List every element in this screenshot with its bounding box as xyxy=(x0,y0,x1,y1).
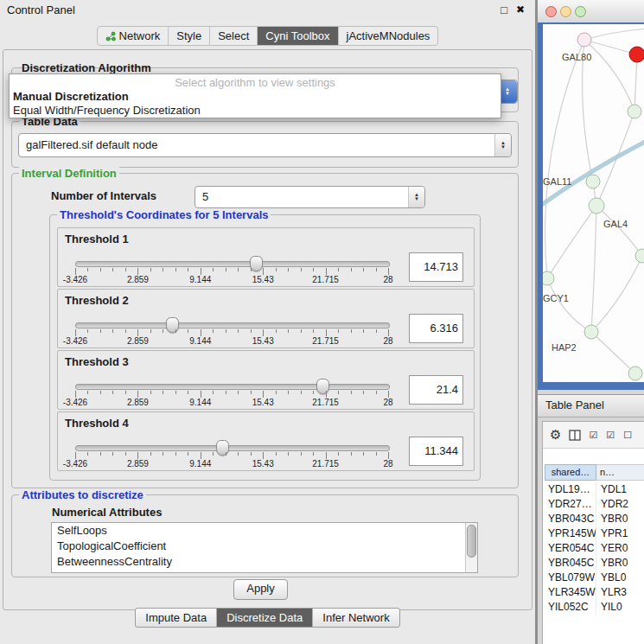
table-cell[interactable]: YIL0 xyxy=(596,600,644,615)
tab-network[interactable]: Network xyxy=(98,27,169,45)
slider-track[interactable] xyxy=(75,261,390,267)
slider-ticks xyxy=(75,452,388,459)
minimize-traffic-light[interactable] xyxy=(560,6,571,17)
columns-icon[interactable] xyxy=(569,430,581,441)
checkbox-icon[interactable]: ☐ xyxy=(623,430,633,441)
threshold-2-slider[interactable]: -3.4262.8599.14415.4321.71528 xyxy=(75,317,388,346)
tick-mark xyxy=(388,268,389,275)
network-canvas[interactable]: GAL80 GAL11 GAL4 GCY1 HAP2 xyxy=(543,24,644,382)
slider-scale-label: 9.144 xyxy=(189,336,211,346)
float-window-icon[interactable]: □ xyxy=(501,3,507,16)
tab-jactivemnodules[interactable]: jActiveMNodules xyxy=(339,27,438,45)
table-cell[interactable]: YBR045C xyxy=(545,556,596,571)
table-data-combobox[interactable]: galFiltered.sif default node ▲ ▼ xyxy=(18,133,512,157)
table-cell[interactable]: YER054C xyxy=(545,541,596,556)
node-selected-red[interactable] xyxy=(629,47,644,62)
table-cell[interactable]: YPR145W xyxy=(545,526,596,541)
list-item[interactable]: SelfLoops xyxy=(52,523,477,539)
table-cell[interactable]: YLR345W xyxy=(545,585,596,600)
tick-mark xyxy=(263,452,264,459)
table-cell[interactable]: YDR2 xyxy=(596,497,644,512)
threshold-3-value-field[interactable]: 21.4 xyxy=(409,375,463,405)
checkbox-icon[interactable]: ☑ xyxy=(606,430,615,441)
table-row[interactable]: YDL19…YDL1 xyxy=(545,482,644,497)
number-of-intervals-combobox[interactable]: 5 ▲ ▼ xyxy=(194,186,425,208)
node[interactable] xyxy=(628,105,641,118)
column-header-shared-name[interactable]: shared… xyxy=(545,464,596,481)
checkbox-icon[interactable]: ☑ xyxy=(589,430,598,441)
table-cell[interactable]: YBR0 xyxy=(596,556,644,571)
numerical-attributes-list[interactable]: SelfLoops TopologicalCoefficient Between… xyxy=(51,522,478,573)
threshold-4-value-field[interactable]: 11.344 xyxy=(409,437,463,466)
column-header-name[interactable]: n… xyxy=(596,464,644,481)
table-cell[interactable]: YDL19… xyxy=(545,482,596,497)
tick-mark xyxy=(238,452,239,456)
tick-mark xyxy=(338,268,339,271)
tick-mark xyxy=(376,452,377,456)
table-cell[interactable]: YDR27… xyxy=(545,497,596,512)
node-hap2[interactable] xyxy=(584,325,598,339)
threshold-coordinates-group: Threshold's Coordinates for 5 Intervals … xyxy=(49,214,481,481)
apply-button[interactable]: Apply xyxy=(233,579,288,600)
tick-mark xyxy=(201,452,201,459)
table-cell[interactable]: YBR043C xyxy=(545,512,596,526)
tick-mark xyxy=(338,452,339,456)
tab-discretize-data[interactable]: Discretize Data xyxy=(217,609,313,627)
table-row[interactable]: YDR27…YDR2 xyxy=(545,497,644,512)
threshold-1-slider[interactable]: -3.4262.8599.14415.4321.71528 xyxy=(75,256,388,284)
tick-mark xyxy=(388,329,389,336)
tick-mark xyxy=(288,329,289,333)
table-row[interactable]: YIL052CYIL0 xyxy=(545,600,644,615)
slider-track[interactable] xyxy=(75,322,390,328)
list-scrollbar[interactable] xyxy=(465,523,477,572)
table-cell[interactable]: YER0 xyxy=(596,541,644,556)
table-row[interactable]: YBR045CYBR0 xyxy=(545,556,644,571)
node-gal80[interactable] xyxy=(577,33,591,47)
table-cell[interactable]: YBR0 xyxy=(596,512,644,526)
node[interactable] xyxy=(635,249,644,263)
dropdown-option-manual-discretization[interactable]: Manual Discretization xyxy=(10,90,501,104)
tick-mark xyxy=(175,391,176,394)
gear-icon[interactable]: ⚙ xyxy=(550,427,561,443)
node-gal4[interactable] xyxy=(589,198,604,214)
threshold-1-value-field[interactable]: 14.713 xyxy=(409,252,463,282)
table-cell[interactable]: YBL079W xyxy=(545,571,596,585)
threshold-2-value-field[interactable]: 6.316 xyxy=(409,314,463,343)
scrollbar-thumb[interactable] xyxy=(467,525,476,558)
table-row[interactable]: YBL079WYBL0 xyxy=(545,571,644,585)
tab-impute-data[interactable]: Impute Data xyxy=(136,609,217,627)
table-cell[interactable]: YPR1 xyxy=(596,526,644,541)
tick-mark xyxy=(226,268,226,271)
tab-style[interactable]: Style xyxy=(169,27,210,45)
table-row[interactable]: YBR043CYBR0 xyxy=(545,512,644,526)
list-item[interactable]: BetweennessCentrality xyxy=(52,554,477,570)
tab-cyni-toolbox[interactable]: Cyni Toolbox xyxy=(258,27,338,45)
tick-mark xyxy=(276,329,277,333)
table-row[interactable]: YER054CYER0 xyxy=(545,541,644,556)
threshold-4-slider[interactable]: -3.4262.8599.14415.4321.71528 xyxy=(75,440,388,469)
tick-mark xyxy=(150,268,151,271)
list-item[interactable]: TopologicalCoefficient xyxy=(52,539,477,554)
threshold-label: Threshold 1 xyxy=(65,233,129,245)
table-cell[interactable]: YLR3 xyxy=(596,585,644,600)
slider-track[interactable] xyxy=(75,445,390,451)
slider-track[interactable] xyxy=(75,384,390,390)
tick-mark xyxy=(201,268,201,275)
node-gal11[interactable] xyxy=(586,175,600,188)
table-row[interactable]: YPR145WYPR1 xyxy=(545,526,644,541)
zoom-traffic-light[interactable] xyxy=(575,6,586,17)
tab-infer-network[interactable]: Infer Network xyxy=(313,609,399,627)
slider-scale-label: 21.715 xyxy=(312,275,339,284)
table-cell[interactable]: YIL052C xyxy=(545,600,596,615)
close-traffic-light[interactable] xyxy=(545,6,557,17)
table-cell[interactable]: YBL0 xyxy=(596,571,644,585)
tab-select[interactable]: Select xyxy=(210,27,258,45)
table-cell[interactable]: YDL1 xyxy=(596,482,644,497)
slider-scale-label: 28 xyxy=(383,459,392,469)
table-row[interactable]: YLR345WYLR3 xyxy=(545,585,644,600)
close-icon[interactable]: ✖ xyxy=(516,3,525,16)
dropdown-option-equal-width-frequency[interactable]: Equal Width/Frequency Discretization xyxy=(10,104,501,118)
threshold-3-slider[interactable]: -3.4262.8599.14415.4321.71528 xyxy=(75,379,388,407)
node[interactable] xyxy=(628,367,642,380)
node-gcy1[interactable] xyxy=(543,271,554,285)
